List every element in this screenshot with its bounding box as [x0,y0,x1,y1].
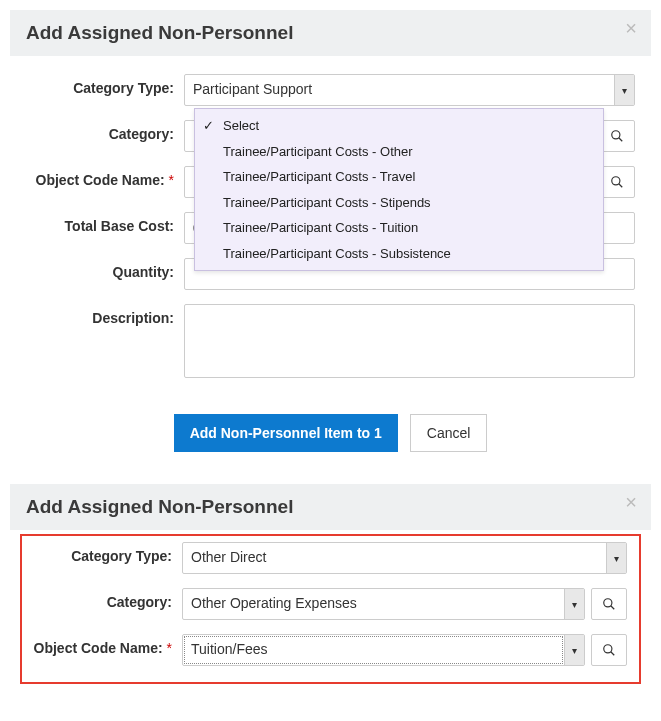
category-dropdown-list: Select Trainee/Participant Costs - Other… [194,108,604,271]
select-category-value: Other Operating Expenses [183,589,564,619]
row-category-type: Category Type: Participant Support ▾ [26,74,635,106]
select-category-type-value: Other Direct [183,543,606,573]
cancel-button[interactable]: Cancel [410,414,488,452]
chevron-down-icon: ▾ [614,75,634,105]
close-icon[interactable]: × [625,18,637,38]
close-icon[interactable]: × [625,492,637,512]
label-quantity: Quantity: [26,258,184,280]
add-non-personnel-button[interactable]: Add Non-Personnel Item to 1 [174,414,398,452]
row-description: Description: [26,304,635,378]
row-category-type: Category Type: Other Direct ▾ [24,542,627,574]
label-category-type: Category Type: [24,542,182,564]
svg-line-1 [619,138,623,142]
select-category-type[interactable]: Participant Support ▾ [184,74,635,106]
search-icon [610,175,624,189]
select-category[interactable]: Other Operating Expenses ▾ [182,588,585,620]
label-total-base-cost: Total Base Cost: [26,212,184,234]
search-icon [602,643,616,657]
panel-header: Add Assigned Non-Personnel × [10,484,651,530]
select-category-type-value: Participant Support [185,75,614,105]
panel-body: Category Type: Participant Support ▾ Cat… [10,56,651,472]
dropdown-option-tuition[interactable]: Trainee/Participant Costs - Tuition [195,215,603,241]
label-category-type: Category Type: [26,74,184,96]
dropdown-option-travel[interactable]: Trainee/Participant Costs - Travel [195,164,603,190]
search-category-button[interactable] [599,120,635,152]
row-category: Category: Other Operating Expenses ▾ [24,588,627,620]
search-category-button[interactable] [591,588,627,620]
label-category: Category: [26,120,184,142]
dropdown-option-subsistence[interactable]: Trainee/Participant Costs - Subsistence [195,241,603,267]
svg-point-0 [612,131,620,139]
label-object-code: Object Code Name: * [24,634,182,656]
panel-add-non-personnel-1: Add Assigned Non-Personnel × Category Ty… [10,10,651,472]
svg-line-3 [619,184,623,188]
chevron-down-icon: ▾ [564,589,584,619]
label-description: Description: [26,304,184,326]
dropdown-option-other[interactable]: Trainee/Participant Costs - Other [195,139,603,165]
svg-point-6 [604,645,612,653]
button-row: Add Non-Personnel Item to 1 Cancel [26,392,635,462]
textarea-description[interactable] [184,304,635,378]
svg-point-2 [612,177,620,185]
panel-title: Add Assigned Non-Personnel [26,496,293,517]
svg-line-7 [611,652,615,656]
chevron-down-icon: ▾ [564,635,584,665]
required-asterisk: * [169,172,174,188]
field-category-type: Participant Support ▾ [184,74,635,106]
select-object-code-value: Tuition/Fees [183,635,564,665]
search-object-code-button[interactable] [599,166,635,198]
field-category: Other Operating Expenses ▾ [182,588,627,620]
chevron-down-icon: ▾ [606,543,626,573]
search-object-code-button[interactable] [591,634,627,666]
label-category: Category: [24,588,182,610]
dropdown-option-select[interactable]: Select [195,113,603,139]
row-object-code: Object Code Name: * Tuition/Fees ▾ [24,634,627,666]
field-object-code: Tuition/Fees ▾ [182,634,627,666]
panel-header: Add Assigned Non-Personnel × [10,10,651,56]
highlight-box: Category Type: Other Direct ▾ Category: … [20,534,641,684]
svg-line-5 [611,606,615,610]
select-category-type[interactable]: Other Direct ▾ [182,542,627,574]
dropdown-option-stipends[interactable]: Trainee/Participant Costs - Stipends [195,190,603,216]
field-description [184,304,635,378]
label-object-code: Object Code Name: * [26,166,184,188]
search-icon [602,597,616,611]
field-category-type: Other Direct ▾ [182,542,627,574]
svg-point-4 [604,599,612,607]
panel-title: Add Assigned Non-Personnel [26,22,293,43]
panel-add-non-personnel-2: Add Assigned Non-Personnel × Category Ty… [10,484,651,684]
select-object-code[interactable]: Tuition/Fees ▾ [182,634,585,666]
required-asterisk: * [167,640,172,656]
search-icon [610,129,624,143]
